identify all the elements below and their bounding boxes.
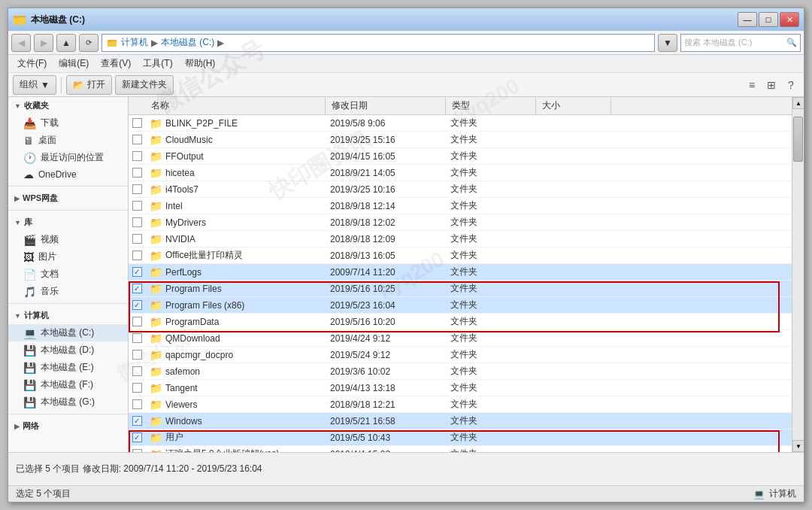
scroll-thumb[interactable]: [793, 117, 803, 162]
col-header-date[interactable]: 修改日期: [326, 97, 446, 114]
table-row[interactable]: 📁hicetea2018/9/21 14:05文件夹: [129, 165, 792, 181]
menu-edit[interactable]: 编辑(E): [53, 56, 95, 72]
back-button[interactable]: ◀: [11, 34, 31, 52]
file-checkbox[interactable]: ✓: [132, 416, 142, 426]
sidebar-item-e-drive[interactable]: 💾 本地磁盘 (E:): [8, 359, 128, 376]
address-path-bar[interactable]: 计算机 ▶ 本地磁盘 (C:) ▶: [102, 34, 655, 52]
file-checkbox[interactable]: [132, 333, 142, 343]
menu-help[interactable]: 帮助(H): [179, 56, 222, 72]
sidebar-item-download[interactable]: 📥 下载: [8, 114, 128, 132]
sidebar-item-d-drive[interactable]: 💾 本地磁盘 (D:): [8, 342, 128, 359]
sidebar-item-onedrive[interactable]: ☁ OneDrive: [8, 166, 128, 183]
table-row[interactable]: 📁qapcmgr_docpro2019/5/24 9:12文件夹: [129, 347, 792, 363]
view-toggle-button[interactable]: ≡: [744, 77, 760, 93]
sidebar-item-pictures[interactable]: 🖼 图片: [8, 248, 128, 266]
file-name-cell: 📁用户: [145, 430, 326, 445]
help-button[interactable]: ?: [783, 77, 799, 93]
file-checkbox[interactable]: ✓: [132, 300, 142, 310]
file-checkbox[interactable]: ✓: [132, 433, 142, 442]
open-button[interactable]: 📂 打开: [66, 75, 112, 95]
table-row[interactable]: 📁Intel2018/9/18 12:14文件夹: [129, 198, 792, 214]
file-checkbox[interactable]: [132, 449, 142, 452]
new-folder-button[interactable]: 新建文件夹: [115, 75, 174, 95]
sidebar-wps-header[interactable]: ▶ WPS网盘: [8, 190, 128, 207]
sidebar-network-header[interactable]: ▶ 网络: [8, 417, 128, 435]
table-row[interactable]: ✓📁Windows2019/5/21 16:58文件夹: [129, 413, 792, 430]
table-row[interactable]: 📁safemon2019/3/6 10:02文件夹: [129, 363, 792, 380]
table-row[interactable]: 📁MyDrivers2018/9/18 12:02文件夹: [129, 214, 792, 231]
file-checkbox[interactable]: [132, 151, 142, 161]
table-row[interactable]: 📁FFOutput2019/4/15 16:05文件夹: [129, 148, 792, 165]
sidebar-library-header[interactable]: ▼ 库: [8, 214, 128, 231]
sidebar-item-recent[interactable]: 🕐 最近访问的位置: [8, 149, 128, 166]
file-checkbox[interactable]: [132, 317, 142, 326]
sidebar-computer-header[interactable]: ▼ 计算机: [8, 307, 128, 324]
scroll-track[interactable]: [792, 109, 804, 440]
file-checkbox[interactable]: [132, 217, 142, 227]
minimize-button[interactable]: —: [738, 12, 757, 27]
table-row[interactable]: ✓📁Program Files2019/5/16 10:25文件夹: [129, 281, 792, 297]
sidebar-item-documents[interactable]: 📄 文档: [8, 266, 128, 283]
file-name: MyDrivers: [165, 217, 206, 228]
file-checkbox[interactable]: [132, 118, 142, 128]
menu-view[interactable]: 查看(V): [95, 56, 137, 72]
refresh-button[interactable]: ⟳: [79, 34, 98, 52]
file-checkbox[interactable]: [132, 201, 142, 211]
organize-button[interactable]: 组织 ▼: [13, 75, 56, 95]
menu-file[interactable]: 文件(F): [11, 56, 53, 72]
file-checkbox[interactable]: ✓: [132, 284, 142, 293]
sidebar-item-f-drive[interactable]: 💾 本地磁盘 (F:): [8, 376, 128, 393]
up-button[interactable]: ▲: [56, 34, 76, 52]
col-header-type[interactable]: 类型: [446, 97, 536, 114]
sidebar-item-g-drive[interactable]: 💾 本地磁盘 (G:): [8, 393, 128, 411]
file-checkbox[interactable]: [132, 399, 142, 409]
table-row[interactable]: 📁Office批量打印精灵2018/9/13 16:05文件夹: [129, 247, 792, 264]
sidebar-item-video[interactable]: 🎬 视频: [8, 231, 128, 248]
close-button[interactable]: ✕: [780, 12, 799, 27]
path-sep-1: ▶: [151, 38, 158, 48]
file-name: qapcmgr_docpro: [165, 350, 233, 360]
col-header-name[interactable]: 名称: [145, 97, 326, 114]
table-row[interactable]: 📁证骗之星5.0企业版破解(yes)2019/4/4 15:33文件夹: [129, 446, 792, 452]
table-row[interactable]: 📁Viewers2018/9/18 12:21文件夹: [129, 396, 792, 413]
file-checkbox[interactable]: [132, 234, 142, 244]
menu-tools[interactable]: 工具(T): [137, 56, 178, 72]
search-box[interactable]: 搜索 本地磁盘 (C:) 🔍: [680, 34, 801, 52]
svg-rect-1: [14, 17, 26, 25]
table-row[interactable]: ✓📁PerfLogs2009/7/14 11:20文件夹: [129, 264, 792, 281]
file-checkbox[interactable]: [132, 184, 142, 194]
file-checkbox[interactable]: [132, 250, 142, 260]
col-header-size[interactable]: 大小: [536, 97, 611, 114]
sidebar-item-recent-label: 最近访问的位置: [41, 151, 104, 164]
file-checkbox[interactable]: ✓: [132, 267, 142, 277]
table-row[interactable]: 📁Tangent2019/4/13 13:18文件夹: [129, 380, 792, 396]
sidebar-favorites-header[interactable]: ▼ 收藏夹: [8, 97, 128, 114]
address-dropdown-button[interactable]: ▼: [658, 34, 677, 52]
table-row[interactable]: 📁CloudMusic2019/3/25 15:16文件夹: [129, 132, 792, 148]
file-checkbox-area: [129, 234, 145, 244]
forward-button[interactable]: ▶: [34, 34, 53, 52]
file-checkbox[interactable]: [132, 135, 142, 144]
layout-toggle-button[interactable]: ⊞: [763, 77, 780, 93]
table-row[interactable]: 📁BLINK_P2P_FILE2019/5/8 9:06文件夹: [129, 115, 792, 132]
sidebar-item-c-drive[interactable]: 💻 本地磁盘 (C:): [8, 324, 128, 342]
svg-rect-4: [108, 41, 117, 47]
scroll-down-button[interactable]: ▼: [792, 440, 804, 452]
scroll-up-button[interactable]: ▲: [792, 97, 804, 109]
table-row[interactable]: ✓📁Program Files (x86)2019/5/23 16:04文件夹: [129, 297, 792, 314]
file-checkbox[interactable]: [132, 350, 142, 360]
table-row[interactable]: 📁i4Tools72019/3/25 10:16文件夹: [129, 181, 792, 198]
table-row[interactable]: 📁ProgramData2019/5/16 10:20文件夹: [129, 314, 792, 330]
table-row[interactable]: 📁NVIDIA2018/9/18 12:09文件夹: [129, 231, 792, 247]
sidebar-item-desktop[interactable]: 🖥 桌面: [8, 132, 128, 149]
file-checkbox[interactable]: [132, 168, 142, 178]
file-checkbox[interactable]: [132, 366, 142, 376]
maximize-button[interactable]: □: [759, 12, 778, 27]
table-row[interactable]: ✓📁用户2019/5/5 10:43文件夹: [129, 430, 792, 446]
table-row[interactable]: 📁QMDownload2019/4/24 9:12文件夹: [129, 330, 792, 347]
folder-icon: 📁: [150, 167, 162, 179]
file-name-cell: 📁MyDrivers: [145, 214, 326, 230]
sidebar-item-music[interactable]: 🎵 音乐: [8, 283, 128, 300]
file-checkbox[interactable]: [132, 383, 142, 393]
sidebar-divider-3: [8, 303, 128, 304]
